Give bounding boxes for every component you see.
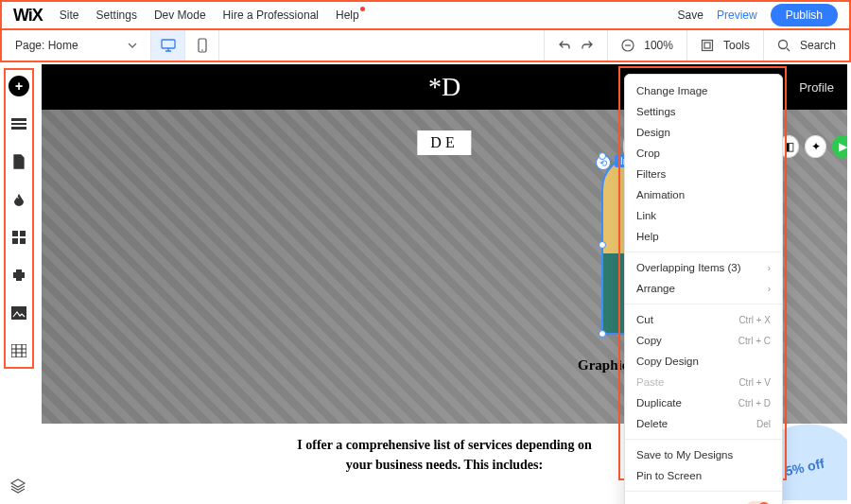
media-button[interactable] <box>9 303 29 323</box>
search-label: Search <box>800 39 836 52</box>
svg-rect-8 <box>11 123 26 125</box>
resize-handle[interactable] <box>599 330 606 338</box>
svg-rect-13 <box>12 238 18 244</box>
cm-copy[interactable]: CopyCtrl + C <box>625 330 782 351</box>
cm-separator <box>625 491 782 492</box>
redo-icon[interactable] <box>581 39 594 52</box>
cm-help[interactable]: Help <box>625 226 782 247</box>
cm-crop[interactable]: Crop <box>625 143 782 164</box>
nav-profile[interactable]: Profile <box>799 80 834 95</box>
svg-rect-9 <box>11 127 26 130</box>
mobile-view-button[interactable] <box>185 30 219 61</box>
cm-design[interactable]: Design <box>625 122 782 143</box>
undo-redo-group <box>544 30 607 61</box>
shortcut-label: Ctrl + X <box>738 315 771 325</box>
cm-cut[interactable]: CutCtrl + X <box>625 309 782 330</box>
page-icon <box>12 154 26 169</box>
services-tagline: I offer a comprehensive list of services… <box>293 435 596 475</box>
cm-show-on-all-pages[interactable]: Show on All Pages <box>625 496 782 504</box>
mobile-icon <box>198 38 207 53</box>
svg-text:A: A <box>14 193 19 200</box>
search-control[interactable]: Search <box>763 30 849 61</box>
cm-link[interactable]: Link <box>625 205 782 226</box>
cm-paste: PasteCtrl + V <box>625 372 782 392</box>
svg-rect-15 <box>11 306 26 320</box>
shortcut-label: Ctrl + V <box>738 377 771 388</box>
undo-icon[interactable] <box>558 39 571 52</box>
top-menu-right: Save Preview Publish <box>678 4 838 26</box>
cm-duplicate[interactable]: DuplicateCtrl + D <box>625 392 782 413</box>
shortcut-label: Ctrl + D <box>738 398 771 408</box>
sections-button[interactable] <box>9 113 29 134</box>
cm-overlapping-items[interactable]: Overlapping Items (3)› <box>625 257 782 278</box>
publish-button[interactable]: Publish <box>771 4 838 26</box>
sections-icon <box>11 118 26 130</box>
desktop-icon <box>161 39 176 52</box>
svg-rect-11 <box>12 231 18 236</box>
cm-separator <box>625 304 782 304</box>
menu-settings[interactable]: Settings <box>96 9 137 22</box>
add-element-button[interactable]: + <box>9 76 29 96</box>
layers-button[interactable] <box>6 474 30 498</box>
cm-animation[interactable]: Animation <box>625 184 782 205</box>
cm-settings[interactable]: Settings <box>625 101 782 122</box>
top-menu-bar: WiX Site Settings Dev Mode Hire a Profes… <box>0 0 851 28</box>
layers-icon <box>9 478 26 495</box>
menu-hire-professional[interactable]: Hire a Professional <box>223 9 319 22</box>
cm-arrange[interactable]: Arrange› <box>625 278 782 299</box>
svg-rect-12 <box>20 231 26 236</box>
shortcut-label: Del <box>756 419 771 429</box>
menu-site[interactable]: Site <box>60 9 79 22</box>
svg-point-6 <box>778 41 787 49</box>
cm-save-to-designs[interactable]: Save to My Designs <box>625 444 782 465</box>
quick-action-icon[interactable]: ▶ <box>832 135 847 158</box>
shortcut-label: Ctrl + C <box>738 336 771 346</box>
tools-menu[interactable]: Tools <box>686 30 763 61</box>
chevron-right-icon: › <box>768 263 771 273</box>
apps-button[interactable] <box>9 227 29 248</box>
toolbar-right-controls: 100% Tools Search <box>544 30 849 61</box>
svg-point-2 <box>201 49 203 51</box>
cm-change-image[interactable]: Change Image <box>625 80 782 101</box>
my-business-button[interactable] <box>9 265 29 286</box>
image-icon <box>11 306 26 320</box>
top-menu-left: WiX Site Settings Dev Mode Hire a Profes… <box>13 6 359 26</box>
zoom-control[interactable]: 100% <box>607 30 686 61</box>
zoom-value: 100% <box>644 39 673 52</box>
tools-label: Tools <box>723 39 750 52</box>
cm-delete[interactable]: DeleteDel <box>625 413 782 434</box>
device-switcher <box>151 30 219 61</box>
pages-button[interactable] <box>9 151 29 172</box>
search-icon <box>777 39 790 52</box>
menu-help[interactable]: Help <box>336 9 359 22</box>
quick-animation-icon[interactable]: ✦ <box>805 135 826 158</box>
table-icon <box>11 344 26 357</box>
image-context-menu: Change Image Settings Design Crop Filter… <box>624 74 783 504</box>
chevron-down-icon <box>128 43 137 48</box>
page-selector-label: Page: Home <box>15 39 78 52</box>
site-logo: *D <box>428 72 460 102</box>
cm-separator <box>625 439 782 440</box>
svg-rect-5 <box>704 43 710 48</box>
svg-rect-7 <box>11 118 26 121</box>
resize-handle[interactable] <box>599 241 606 249</box>
cm-pin-to-screen[interactable]: Pin to Screen <box>625 465 782 486</box>
cm-copy-design[interactable]: Copy Design <box>625 351 782 372</box>
resize-handle[interactable] <box>599 152 606 160</box>
desktop-view-button[interactable] <box>151 30 185 61</box>
wix-logo: WiX <box>13 6 43 26</box>
save-button[interactable]: Save <box>678 9 703 22</box>
svg-rect-16 <box>11 344 26 357</box>
svg-rect-4 <box>702 41 712 51</box>
cm-filters[interactable]: Filters <box>625 164 782 184</box>
chevron-right-icon: › <box>768 284 771 294</box>
menu-dev-mode[interactable]: Dev Mode <box>154 9 206 22</box>
page-selector[interactable]: Page: Home <box>2 30 151 61</box>
paint-icon: A <box>11 192 26 207</box>
content-manager-button[interactable] <box>9 340 29 361</box>
tools-icon <box>701 39 714 52</box>
preview-button[interactable]: Preview <box>717 9 757 22</box>
design-button[interactable]: A <box>9 189 29 210</box>
svg-rect-0 <box>162 40 175 48</box>
grid-icon <box>12 231 26 244</box>
